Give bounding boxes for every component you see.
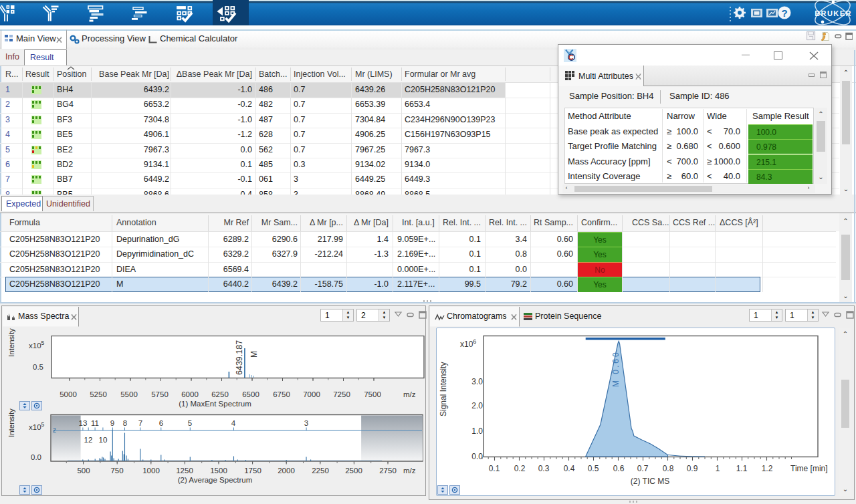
svg-text:?: ? [781, 7, 787, 19]
svg-text:BRUKER: BRUKER [815, 9, 851, 17]
